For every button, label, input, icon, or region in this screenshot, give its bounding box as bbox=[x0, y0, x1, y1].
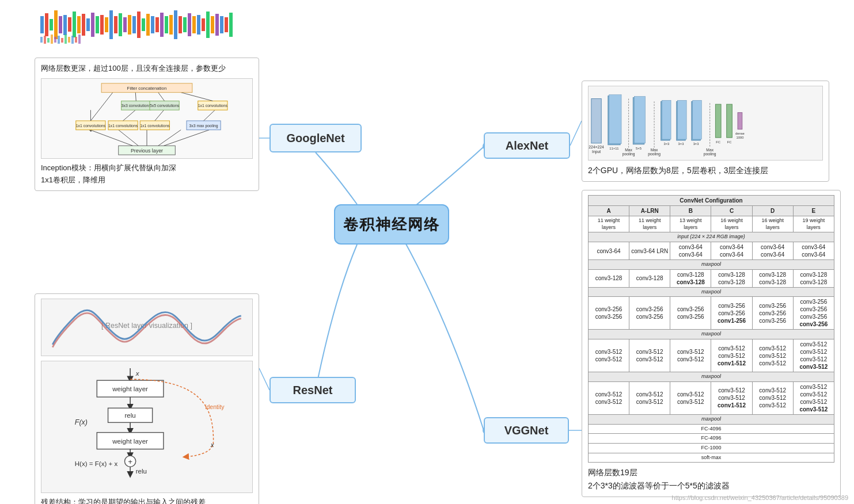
svg-rect-32 bbox=[169, 15, 173, 35]
svg-text:weight layer: weight layer bbox=[112, 385, 148, 392]
svg-rect-23 bbox=[128, 15, 131, 35]
svg-text:FC: FC bbox=[727, 140, 732, 144]
alexnet-desc-box: 224×224 Input Max pooling Max pooling bbox=[582, 81, 829, 182]
svg-rect-7 bbox=[54, 10, 58, 39]
resnet-block-diagram: x weight layer relu weight layer F(x) id… bbox=[41, 361, 253, 493]
svg-rect-93 bbox=[609, 95, 621, 144]
svg-text:3×3: 3×3 bbox=[678, 142, 684, 146]
alexnet-label: AlexNet bbox=[506, 139, 548, 152]
svg-rect-24 bbox=[132, 16, 136, 33]
svg-rect-89 bbox=[591, 99, 601, 143]
svg-rect-9 bbox=[63, 15, 67, 35]
svg-rect-39 bbox=[202, 18, 205, 31]
svg-text:Previous layer: Previous layer bbox=[131, 148, 163, 154]
watermark: https://blog.csdn.net/weixin_43250367/ar… bbox=[672, 494, 848, 501]
vggnet-text1: 网络层数19层 bbox=[588, 466, 834, 479]
svg-rect-37 bbox=[192, 16, 196, 33]
svg-text:1x1 convolutions: 1x1 convolutions bbox=[140, 124, 170, 128]
svg-text:weight layer: weight layer bbox=[112, 438, 148, 445]
svg-rect-10 bbox=[68, 17, 71, 32]
vggnet-table-wrapper: ConvNet Configuration AA-LRNBCDE 11 weig… bbox=[588, 195, 834, 463]
svg-line-61 bbox=[119, 130, 139, 146]
svg-rect-22 bbox=[123, 17, 127, 32]
svg-rect-42 bbox=[215, 14, 219, 36]
googlenet-label: GoogleNet bbox=[286, 132, 344, 145]
googlenet-text2: Inception模块：用横向扩展代替纵向加深 bbox=[41, 162, 253, 174]
svg-rect-38 bbox=[197, 15, 200, 35]
svg-rect-29 bbox=[155, 17, 159, 32]
svg-rect-98 bbox=[634, 97, 645, 143]
vggnet-label: VGGNet bbox=[504, 424, 549, 437]
svg-rect-105 bbox=[678, 100, 686, 139]
svg-rect-6 bbox=[50, 19, 53, 30]
svg-rect-28 bbox=[151, 16, 154, 33]
svg-rect-18 bbox=[105, 17, 108, 32]
svg-line-60 bbox=[90, 130, 132, 146]
svg-rect-26 bbox=[142, 18, 145, 31]
svg-rect-53 bbox=[64, 35, 67, 44]
svg-rect-17 bbox=[100, 15, 104, 35]
svg-text:relu: relu bbox=[124, 412, 135, 419]
svg-text:F(x): F(x) bbox=[75, 418, 88, 426]
svg-rect-30 bbox=[160, 13, 164, 37]
svg-line-83 bbox=[90, 92, 112, 120]
svg-text:pooling: pooling bbox=[704, 152, 716, 156]
svg-rect-56 bbox=[75, 37, 77, 43]
svg-rect-43 bbox=[220, 16, 223, 33]
svg-rect-111 bbox=[715, 104, 721, 138]
svg-text:Filter concatenation: Filter concatenation bbox=[127, 86, 167, 91]
svg-rect-27 bbox=[146, 14, 150, 36]
inception-diagram: Previous layer 1x1 convolutions 1x1 conv… bbox=[41, 78, 253, 159]
vggnet-text2: 2个3*3的滤波器等价于一个5*5的滤波器 bbox=[588, 479, 834, 492]
header-decoration bbox=[40, 5, 271, 51]
svg-rect-49 bbox=[51, 35, 53, 44]
svg-rect-13 bbox=[82, 14, 85, 36]
svg-rect-54 bbox=[68, 37, 70, 43]
svg-rect-41 bbox=[211, 16, 214, 33]
svg-text:x: x bbox=[135, 370, 140, 377]
googlenet-text1: 网络层数更深，超过100层，且没有全连接层，参数更少 bbox=[41, 63, 253, 75]
node-vggnet: VGGNet bbox=[484, 417, 569, 444]
svg-rect-103 bbox=[662, 100, 671, 139]
svg-text:3×3: 3×3 bbox=[693, 142, 699, 146]
node-alexnet: AlexNet bbox=[484, 132, 570, 159]
svg-rect-15 bbox=[91, 13, 94, 37]
svg-rect-19 bbox=[109, 10, 113, 39]
svg-text:1x1 convolutions: 1x1 convolutions bbox=[76, 124, 106, 128]
svg-text:3×3: 3×3 bbox=[663, 142, 669, 146]
svg-text:1000: 1000 bbox=[736, 136, 743, 139]
svg-line-84 bbox=[135, 92, 136, 101]
svg-text:1x1 convolutions: 1x1 convolutions bbox=[198, 104, 228, 108]
vggnet-config-table: ConvNet Configuration AA-LRNBCDE 11 weig… bbox=[588, 195, 834, 463]
svg-rect-8 bbox=[59, 16, 62, 33]
central-label: 卷积神经网络 bbox=[343, 215, 440, 235]
svg-rect-11 bbox=[73, 12, 76, 37]
svg-text:3x3 max pooling: 3x3 max pooling bbox=[189, 124, 218, 128]
svg-rect-46 bbox=[40, 37, 43, 43]
svg-rect-20 bbox=[114, 16, 117, 33]
svg-rect-31 bbox=[165, 16, 168, 33]
resnet-top-image: [ ResNet layer visualization ] bbox=[41, 299, 253, 356]
svg-line-85 bbox=[158, 92, 165, 101]
svg-rect-50 bbox=[54, 37, 56, 43]
svg-rect-44 bbox=[225, 17, 228, 32]
svg-rect-113 bbox=[738, 113, 742, 129]
svg-rect-12 bbox=[77, 16, 81, 33]
central-node: 卷积神经网络 bbox=[334, 204, 449, 245]
svg-rect-45 bbox=[229, 13, 233, 37]
node-googlenet: GoogleNet bbox=[270, 124, 362, 152]
svg-line-63 bbox=[158, 130, 181, 146]
svg-text:relu: relu bbox=[136, 468, 147, 475]
googlenet-text3: 1x1卷积层，降维用 bbox=[41, 174, 253, 186]
alexnet-diagram: 224×224 Input Max pooling Max pooling bbox=[588, 86, 823, 161]
svg-text:pooling: pooling bbox=[623, 152, 635, 156]
svg-text:3x3 convolutions: 3x3 convolutions bbox=[122, 104, 151, 108]
svg-line-1 bbox=[570, 121, 582, 146]
svg-text:+: + bbox=[128, 457, 132, 466]
svg-line-64 bbox=[164, 130, 210, 146]
svg-rect-51 bbox=[58, 36, 60, 44]
svg-rect-21 bbox=[119, 13, 122, 36]
svg-line-86 bbox=[181, 92, 212, 101]
svg-rect-25 bbox=[137, 12, 141, 38]
svg-rect-48 bbox=[47, 38, 50, 43]
